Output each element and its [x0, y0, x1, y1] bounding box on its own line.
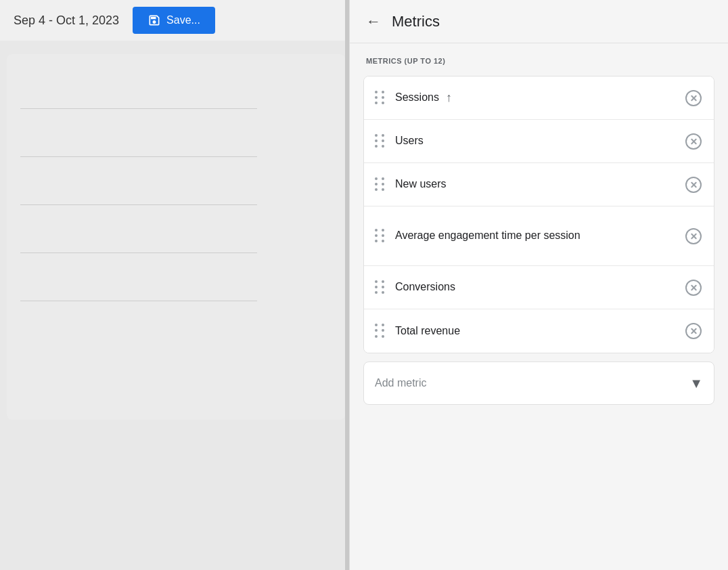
metric-item-sessions: Sessions ↑	[364, 76, 714, 120]
remove-button-new-users[interactable]	[684, 175, 703, 194]
remove-icon-sessions	[685, 90, 702, 106]
add-metric-placeholder: Add metric	[375, 377, 426, 389]
metric-name-avg-engagement: Average engagement time per session	[395, 229, 675, 243]
back-button[interactable]: ←	[366, 13, 381, 30]
drag-handle-avg-engagement[interactable]	[375, 229, 386, 244]
drag-handle-sessions[interactable]	[375, 91, 386, 106]
metric-label-total-revenue: Total revenue	[395, 324, 460, 338]
save-icon	[147, 14, 161, 27]
metric-label-sessions: Sessions	[395, 91, 439, 105]
metric-label-users: Users	[395, 134, 424, 148]
drag-handle-total-revenue[interactable]	[375, 324, 386, 338]
metric-item-users: Users	[364, 120, 714, 163]
metric-label-conversions: Conversions	[395, 280, 455, 294]
drag-handle-new-users[interactable]	[375, 177, 386, 192]
metric-label-avg-engagement: Average engagement time per session	[395, 229, 581, 243]
metric-item-total-revenue: Total revenue	[364, 309, 714, 353]
chart-line-2	[20, 156, 257, 157]
metric-item-new-users: New users	[364, 163, 714, 206]
metric-name-new-users: New users	[395, 177, 675, 192]
remove-icon-conversions	[685, 280, 702, 296]
chart-line-5	[20, 301, 257, 301]
metric-item-avg-engagement: Average engagement time per session	[364, 206, 714, 266]
remove-icon-total-revenue	[685, 323, 702, 339]
top-bar: Sep 4 - Oct 1, 2023 Save...	[0, 0, 345, 41]
save-label: Save...	[166, 14, 200, 26]
remove-button-sessions[interactable]	[684, 89, 703, 108]
metrics-list: Sessions ↑ Users	[363, 76, 714, 353]
remove-button-users[interactable]	[684, 132, 703, 151]
metric-label-new-users: New users	[395, 177, 447, 192]
drag-handle-conversions[interactable]	[375, 280, 386, 295]
chart-lines	[20, 108, 257, 349]
metrics-panel: ← Metrics METRICS (UP TO 12) Sessions ↑	[349, 0, 728, 570]
chart-line-1	[20, 108, 257, 109]
remove-button-avg-engagement[interactable]	[684, 227, 703, 246]
background-panel: Sep 4 - Oct 1, 2023 Save...	[0, 0, 345, 570]
metrics-content: METRICS (UP TO 12) Sessions ↑	[350, 43, 728, 418]
remove-icon-avg-engagement	[685, 228, 702, 244]
remove-button-conversions[interactable]	[684, 278, 703, 297]
panel-header: ← Metrics	[350, 0, 728, 43]
chart-area	[7, 54, 345, 420]
chart-line-3	[20, 204, 257, 205]
sort-arrow-sessions: ↑	[446, 91, 452, 105]
dropdown-arrow-icon: ▼	[689, 376, 703, 391]
panel-title: Metrics	[392, 13, 440, 30]
chart-line-4	[20, 253, 257, 253]
metric-name-sessions: Sessions ↑	[395, 91, 675, 105]
remove-icon-users	[685, 133, 702, 150]
drag-handle-users[interactable]	[375, 134, 386, 149]
metrics-section-label: METRICS (UP TO 12)	[363, 57, 714, 65]
date-range: Sep 4 - Oct 1, 2023	[14, 14, 119, 28]
save-button[interactable]: Save...	[133, 7, 215, 34]
metric-name-users: Users	[395, 134, 675, 148]
metric-item-conversions: Conversions	[364, 266, 714, 309]
remove-button-total-revenue[interactable]	[684, 322, 703, 341]
remove-icon-new-users	[685, 177, 702, 193]
metric-name-conversions: Conversions	[395, 280, 675, 294]
add-metric-dropdown[interactable]: Add metric ▼	[363, 361, 714, 405]
metric-name-total-revenue: Total revenue	[395, 324, 675, 338]
